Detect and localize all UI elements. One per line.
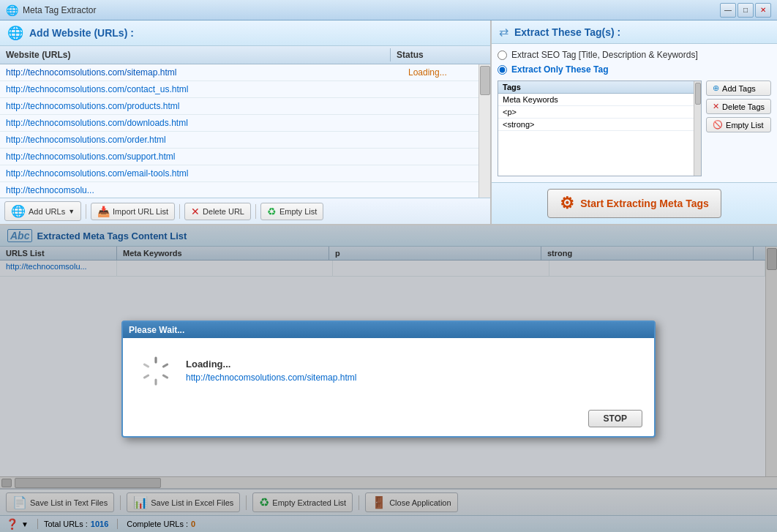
title-bar: 🌐 Meta Tag Extractor — □ ✕ (0, 0, 777, 20)
seo-tag-option[interactable]: Extract SEO Tag [Title, Description & Ke… (498, 50, 771, 60)
import-label: Import URL List (113, 207, 168, 216)
tags-list-header: Tags (498, 81, 694, 94)
status-cell: Loading... (402, 66, 490, 79)
url-cell: http://technocomsolutions.com/email-tool… (0, 167, 402, 180)
left-panel: 🌐 Add Website (URLs) : Website (URLs) St… (0, 20, 492, 224)
toolbar-divider (255, 204, 256, 219)
url-cell: http://technocomsolutions.com/support.ht… (0, 150, 402, 163)
url-row[interactable]: http://technocomsolu... (0, 182, 490, 198)
top-section: 🌐 Add Website (URLs) : Website (URLs) St… (0, 20, 777, 225)
right-panel: ⇄ Extract These Tag(s) : Extract SEO Tag… (492, 20, 777, 224)
start-btn-label: Start Extracting Meta Tags (580, 198, 709, 209)
status-cell (402, 100, 490, 113)
app-icon: 🌐 (6, 4, 18, 16)
loading-spinner (138, 353, 174, 389)
status-cell (402, 184, 490, 197)
delete-tags-button[interactable]: ✕ Delete Tags (706, 99, 771, 114)
title-bar-controls: — □ ✕ (720, 3, 771, 18)
url-row[interactable]: http://technocomsolutions.com/order.html (0, 132, 490, 149)
seo-tag-label: Extract SEO Tag [Title, Description & Ke… (511, 50, 698, 60)
url-cell: http://technocomsolutions.com/products.h… (0, 100, 402, 113)
add-urls-icon: 🌐 (11, 204, 26, 218)
url-row[interactable]: http://technocomsolutions.com/downloads.… (0, 115, 490, 132)
toolbar-divider (179, 204, 180, 219)
tags-scrollbar[interactable] (694, 81, 701, 176)
empty-list-icon: ♻ (267, 206, 277, 217)
seo-tag-radio[interactable] (498, 50, 507, 60)
url-table: Website (URLs) Status http://technocomso… (0, 46, 490, 198)
tag-item[interactable]: <p> (498, 106, 694, 119)
url-col-header: Website (URLs) (0, 48, 391, 61)
url-row[interactable]: http://technocomsolutions.com/support.ht… (0, 149, 490, 165)
empty-tags-button[interactable]: 🚫 Empty List (706, 117, 771, 132)
url-row[interactable]: http://technocomsolutions.com/email-tool… (0, 165, 490, 182)
close-button[interactable]: ✕ (755, 3, 771, 18)
delete-url-label: Delete URL (203, 207, 244, 216)
import-url-button[interactable]: 📥 Import URL List (91, 203, 175, 220)
status-cell (402, 83, 490, 96)
tag-item[interactable]: <strong> (498, 119, 694, 131)
modal-overlay: Please Wait... (0, 225, 777, 532)
url-row[interactable]: http://technocomsolutions.com/products.h… (0, 98, 490, 115)
delete-url-icon: ✕ (191, 206, 200, 217)
add-urls-label: Add URLs (29, 207, 65, 216)
start-btn-container: ⚙ Start Extracting Meta Tags (492, 182, 777, 224)
url-cell: http://technocomsolutions.com/contact_us… (0, 83, 402, 96)
right-panel-header: ⇄ Extract These Tag(s) : (492, 20, 777, 44)
only-these-option[interactable]: Extract Only These Tag (498, 64, 771, 75)
only-these-label: Extract Only These Tag (511, 64, 609, 75)
url-toolbar: 🌐 Add URLs ▼ 📥 Import URL List ✕ Delete … (0, 198, 490, 224)
add-urls-button[interactable]: 🌐 Add URLs ▼ (4, 201, 81, 221)
url-row[interactable]: http://technocomsolutions.com/sitemap.ht… (0, 64, 490, 81)
delete-url-button[interactable]: ✕ Delete URL (184, 203, 251, 220)
modal-content-row: Loading... http://technocomsolutions.com… (138, 353, 356, 389)
status-cell (402, 133, 490, 146)
svg-line-8 (163, 374, 167, 378)
tag-item[interactable]: Meta Keywords (498, 94, 694, 106)
modal-loading-label: Loading... (186, 359, 356, 370)
delete-tags-icon: ✕ (713, 102, 719, 111)
only-these-radio[interactable] (498, 65, 507, 75)
extract-options: Extract SEO Tag [Title, Description & Ke… (492, 44, 777, 80)
window-title: Meta Tag Extractor (23, 5, 97, 15)
url-cell: http://technocomsolutions.com/order.html (0, 133, 402, 146)
url-cell: http://technocomsolu... (0, 184, 402, 197)
minimize-button[interactable]: — (720, 3, 736, 18)
empty-list-label: Empty List (279, 207, 317, 216)
status-col-header: Status (391, 48, 478, 61)
modal-footer: STOP (123, 404, 654, 436)
tags-section: Tags Meta Keywords <p> <strong> ⊕ Add Ta… (492, 80, 777, 182)
status-cell (402, 116, 490, 130)
empty-tags-icon: 🚫 (713, 120, 723, 130)
modal-body: Loading... http://technocomsolutions.com… (123, 338, 654, 404)
url-table-scrollbar[interactable] (478, 64, 490, 198)
title-bar-left: 🌐 Meta Tag Extractor (6, 4, 97, 16)
empty-list-button[interactable]: ♻ Empty List (260, 203, 323, 220)
tags-buttons: ⊕ Add Tags ✕ Delete Tags 🚫 Empty List (706, 80, 771, 176)
add-tags-icon: ⊕ (713, 83, 719, 93)
svg-line-11 (144, 363, 148, 367)
svg-line-7 (163, 363, 167, 367)
restore-button[interactable]: □ (737, 3, 754, 18)
url-row[interactable]: http://technocomsolutions.com/contact_us… (0, 81, 490, 98)
add-tags-button[interactable]: ⊕ Add Tags (706, 80, 771, 96)
url-cell: http://technocomsolutions.com/downloads.… (0, 116, 402, 130)
url-cell: http://technocomsolutions.com/sitemap.ht… (0, 66, 402, 79)
toolbar-divider (86, 204, 86, 219)
extract-icon: ⇄ (499, 25, 508, 39)
modal-title: Please Wait... (123, 322, 654, 338)
status-cell (402, 150, 490, 163)
url-table-body[interactable]: http://technocomsolutions.com/sitemap.ht… (0, 64, 490, 198)
tags-list-items: Tags Meta Keywords <p> <strong> (498, 81, 694, 176)
status-cell (402, 167, 490, 180)
stop-button[interactable]: STOP (588, 410, 642, 427)
tags-list: Tags Meta Keywords <p> <strong> (498, 80, 702, 176)
main-container: 🌐 Add Website (URLs) : Website (URLs) St… (0, 20, 777, 532)
globe-icon: 🌐 (7, 25, 23, 41)
scrollbar-thumb[interactable] (480, 66, 490, 95)
loading-modal: Please Wait... (121, 321, 656, 438)
add-tags-label: Add Tags (722, 84, 756, 93)
start-extracting-button[interactable]: ⚙ Start Extracting Meta Tags (547, 189, 721, 218)
right-panel-title: Extract These Tag(s) : (514, 26, 620, 38)
dropdown-arrow-icon: ▼ (68, 208, 75, 215)
